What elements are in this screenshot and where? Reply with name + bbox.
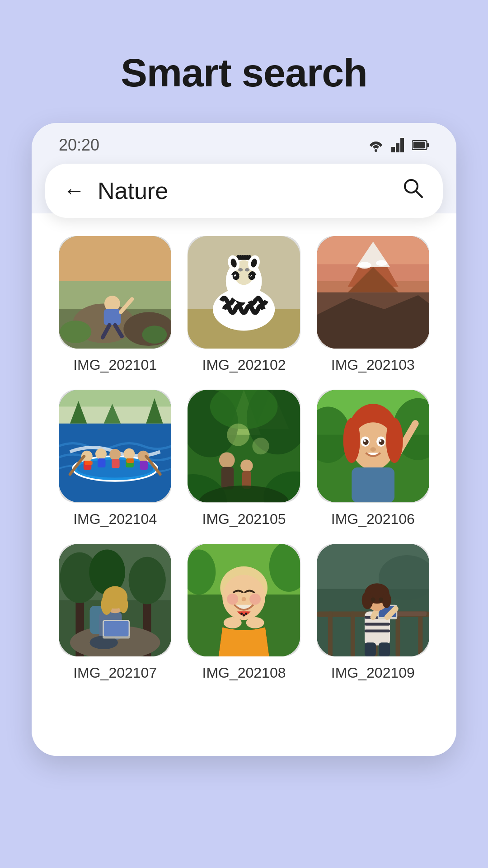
- svg-point-168: [379, 597, 383, 602]
- photo-label: IMG_202101: [73, 357, 157, 373]
- svg-rect-158: [365, 629, 390, 632]
- svg-point-29: [239, 268, 243, 271]
- svg-point-60: [123, 448, 135, 460]
- photo-thumbnail[interactable]: [317, 236, 429, 349]
- photo-thumbnail[interactable]: [59, 236, 171, 349]
- photo-label: IMG_202103: [331, 357, 415, 373]
- content-area: IMG_202101: [32, 213, 456, 756]
- svg-point-139: [241, 613, 243, 615]
- svg-rect-123: [104, 621, 129, 636]
- svg-rect-83: [221, 467, 234, 490]
- svg-rect-151: [418, 611, 422, 656]
- photo-label: IMG_202106: [331, 511, 415, 528]
- svg-point-56: [95, 448, 107, 460]
- svg-rect-13: [59, 236, 171, 281]
- svg-marker-3: [400, 138, 404, 152]
- photo-thumbnail[interactable]: [188, 544, 300, 656]
- svg-point-101: [363, 440, 366, 442]
- photo-label: IMG_202109: [331, 665, 415, 681]
- list-item[interactable]: IMG_202105: [188, 390, 300, 527]
- svg-point-140: [243, 614, 245, 616]
- search-icon-button[interactable]: [401, 176, 425, 205]
- page-title: Smart search: [121, 50, 367, 96]
- photo-label: IMG_202102: [202, 357, 286, 373]
- list-item[interactable]: IMG_202106: [317, 390, 429, 527]
- svg-point-30: [245, 268, 249, 271]
- svg-rect-157: [365, 623, 390, 625]
- photo-thumbnail[interactable]: [317, 390, 429, 502]
- svg-point-99: [363, 439, 368, 445]
- svg-line-8: [416, 191, 422, 197]
- svg-point-167: [371, 597, 375, 602]
- search-bar[interactable]: ← Nature: [45, 164, 443, 218]
- svg-point-81: [253, 438, 269, 454]
- svg-rect-6: [413, 142, 425, 148]
- svg-point-49: [376, 260, 387, 266]
- svg-point-127: [119, 596, 128, 613]
- svg-rect-169: [365, 642, 376, 656]
- photo-thumbnail[interactable]: [188, 236, 300, 349]
- status-time: 20:20: [59, 136, 99, 155]
- svg-point-141: [245, 613, 247, 615]
- svg-point-126: [101, 594, 112, 615]
- signal-icon: [391, 138, 406, 152]
- list-item[interactable]: IMG_202109: [317, 544, 429, 681]
- svg-point-142: [224, 617, 242, 628]
- list-item[interactable]: IMG_202104: [59, 390, 171, 527]
- photo-thumbnail[interactable]: [59, 544, 171, 656]
- phone-frame: 20:20 ← Nature: [32, 123, 456, 756]
- svg-point-116: [129, 557, 166, 604]
- photo-label: IMG_202107: [73, 665, 157, 681]
- list-item[interactable]: IMG_202101: [59, 236, 171, 373]
- svg-point-48: [358, 262, 371, 269]
- svg-rect-5: [427, 143, 429, 147]
- svg-rect-17: [104, 309, 121, 325]
- photo-thumbnail[interactable]: [188, 390, 300, 502]
- svg-point-58: [109, 449, 121, 460]
- photo-label: IMG_202108: [202, 665, 286, 681]
- photo-label: IMG_202105: [202, 511, 286, 528]
- photo-grid: IMG_202101: [59, 236, 429, 681]
- back-button[interactable]: ←: [63, 180, 85, 202]
- svg-point-100: [379, 439, 384, 445]
- list-item[interactable]: IMG_202107: [59, 544, 171, 681]
- svg-point-137: [249, 593, 261, 604]
- svg-rect-67: [127, 458, 134, 463]
- search-icon: [401, 176, 425, 200]
- svg-marker-1: [391, 147, 395, 152]
- battery-icon: [412, 138, 429, 152]
- svg-rect-66: [84, 461, 92, 465]
- svg-point-166: [382, 592, 391, 608]
- photo-label: IMG_202104: [73, 511, 157, 528]
- svg-point-16: [104, 296, 120, 311]
- photo-thumbnail[interactable]: [317, 544, 429, 656]
- svg-point-84: [241, 460, 253, 472]
- svg-point-136: [227, 593, 239, 604]
- svg-rect-148: [350, 611, 355, 656]
- svg-point-103: [370, 447, 375, 452]
- svg-rect-170: [379, 642, 390, 656]
- svg-point-22: [142, 326, 167, 344]
- list-item[interactable]: IMG_202108: [188, 544, 300, 681]
- svg-point-82: [219, 453, 235, 468]
- svg-rect-63: [140, 461, 148, 470]
- svg-rect-59: [112, 459, 119, 468]
- svg-point-21: [60, 321, 91, 343]
- status-bar: 20:20: [32, 123, 456, 164]
- svg-point-80: [227, 424, 250, 446]
- svg-rect-147: [328, 611, 333, 656]
- svg-point-102: [379, 440, 381, 442]
- status-icons: [367, 138, 429, 152]
- svg-point-138: [242, 597, 246, 601]
- list-item[interactable]: IMG_202103: [317, 236, 429, 373]
- photo-thumbnail[interactable]: [59, 390, 171, 502]
- svg-marker-2: [396, 143, 399, 152]
- svg-point-0: [375, 149, 377, 152]
- svg-rect-57: [98, 458, 105, 467]
- list-item[interactable]: IMG_202102: [188, 236, 300, 373]
- search-query[interactable]: Nature: [98, 177, 389, 204]
- svg-rect-105: [352, 467, 394, 502]
- svg-point-143: [246, 617, 264, 628]
- svg-point-106: [343, 418, 360, 463]
- wifi-icon: [367, 138, 385, 152]
